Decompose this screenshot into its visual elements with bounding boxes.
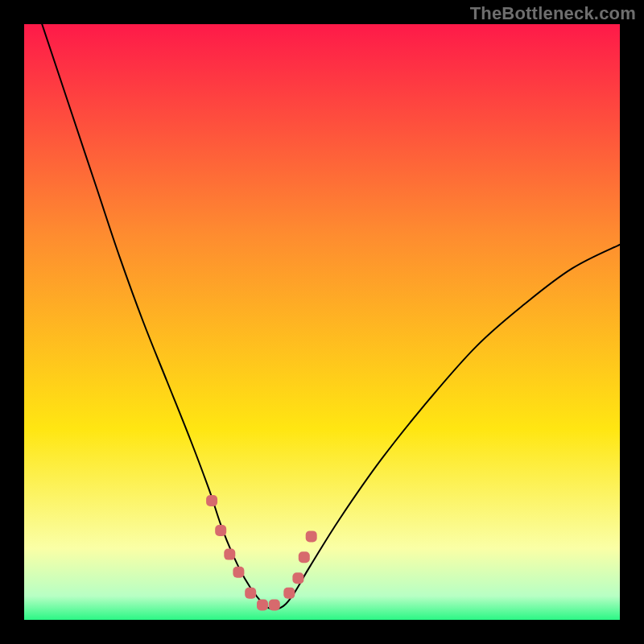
marker-dot (206, 495, 217, 506)
marker-dot (306, 530, 317, 542)
plot-area (24, 24, 620, 620)
marker-dot (233, 567, 244, 578)
marker-dot (269, 600, 280, 611)
marker-dot (257, 600, 268, 611)
bottleneck-chart (24, 24, 620, 620)
watermark-text: TheBottleneck.com (470, 3, 636, 24)
marker-dot (224, 549, 235, 560)
chart-stage: TheBottleneck.com (0, 0, 644, 644)
marker-dot (292, 572, 303, 584)
marker-dot (283, 588, 295, 599)
gradient-background (24, 24, 620, 620)
marker-dot (245, 588, 256, 599)
marker-dot (299, 551, 310, 563)
marker-dot (215, 525, 226, 536)
